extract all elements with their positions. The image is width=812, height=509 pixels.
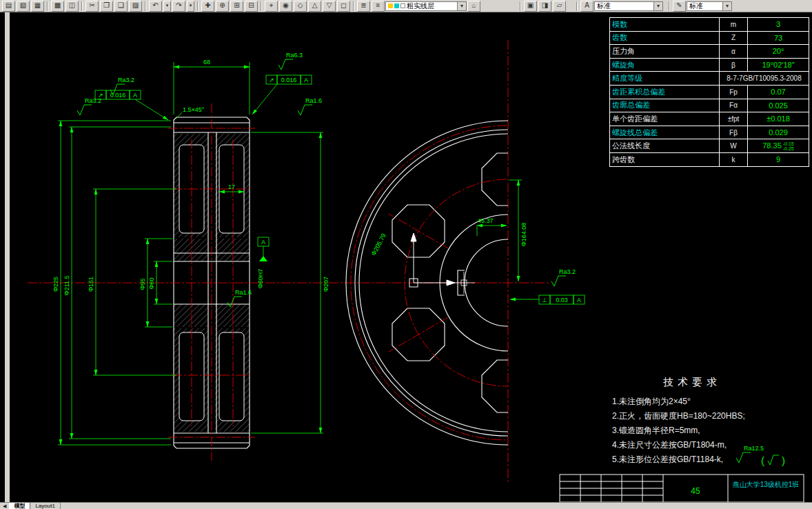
layout-tab-bar: ◀ 模型 Layout1 <box>0 502 812 509</box>
dim-hole-width: 17 <box>228 183 235 190</box>
dim-style-combo-arrow[interactable]: ▾ <box>722 2 731 10</box>
sf-ra63: Ra6.3 <box>286 52 303 59</box>
layer-on-icon <box>388 3 393 8</box>
save-icon[interactable]: ▦ <box>31 1 44 12</box>
tech-title: 技术要求 <box>602 376 782 389</box>
param-value: 20° <box>748 45 809 59</box>
redo-icon[interactable]: ↷ <box>172 1 185 12</box>
toolbar-separator <box>47 1 48 11</box>
table-row: 公法线长度W 78.35-0.15-0.25 <box>610 139 809 153</box>
param-symbol: α <box>720 45 748 59</box>
param-label: 齿数 <box>610 31 720 45</box>
table-row: 跨齿数k9 <box>610 152 809 166</box>
param-label: 跨齿数 <box>610 152 720 166</box>
param-symbol: k <box>720 152 748 166</box>
param-label: 模数 <box>610 18 720 32</box>
dim-rim-inner: Φ207 <box>323 277 329 292</box>
new-icon[interactable]: ▤ <box>2 1 15 12</box>
text-style-icon[interactable]: A <box>580 1 593 12</box>
param-label: 公法线长度 <box>610 139 720 153</box>
tech-item: 5.未注形位公差按GB/T1184-k, <box>612 452 782 467</box>
param-label: 齿廓总偏差 <box>610 99 720 112</box>
plot-preview-icon[interactable]: ◫ <box>65 1 79 12</box>
datum-triangle <box>259 256 267 261</box>
make-object-layer-icon[interactable]: ⌂ <box>467 1 480 12</box>
tab-layout1[interactable]: Layout1 <box>30 503 60 509</box>
frame2-datum: A <box>304 77 308 83</box>
triangle-up-icon[interactable]: △ <box>308 1 321 12</box>
layer-combo-arrow[interactable]: ▾ <box>457 2 466 10</box>
param-value: 78.35-0.15-0.25 <box>748 139 809 153</box>
dim-bore-fit: Φ60H7 <box>257 269 264 289</box>
layer-properties-icon[interactable]: ≡ <box>372 1 385 12</box>
dim-bore: Φ60 <box>148 277 155 289</box>
dim-style-value: 标准 <box>689 1 703 11</box>
square-icon[interactable]: ◻ <box>337 1 350 12</box>
redo-dropdown-icon[interactable]: ▾ <box>187 1 194 12</box>
tech-item: 4.未注尺寸公差按GB/T1804-m, <box>612 438 782 452</box>
param-symbol: W <box>720 139 748 153</box>
sf-ra32-b: Ra3.2 <box>85 97 101 104</box>
frame1-datum: A <box>133 92 137 99</box>
toolbar-separator <box>520 1 521 11</box>
toolbar-separator <box>353 1 354 11</box>
tech-item: 2.正火，齿面硬度HB=180~220HBS; <box>612 409 782 423</box>
dim-hole-circle-front: Φ164.08 <box>520 223 527 247</box>
frame2-value: 0.016 <box>281 77 297 83</box>
open-icon[interactable]: ▧ <box>17 1 30 12</box>
dim-style-combo[interactable]: 标准 ▾ <box>687 1 732 11</box>
paste-icon[interactable]: ❏ <box>114 1 128 12</box>
table-row: 压力角α20° <box>610 45 809 59</box>
dim-style-icon[interactable]: ✎ <box>673 1 686 12</box>
param-symbol: Z <box>720 31 748 45</box>
tool-palettes-icon[interactable]: ▱ <box>553 1 566 12</box>
undo-dropdown-icon[interactable]: ▾ <box>163 1 171 12</box>
param-label: 精度等级 <box>610 72 720 86</box>
sf-ra32-c: Ra3.2 <box>559 268 576 275</box>
param-value: 19°02′18″ <box>748 58 809 72</box>
layer-combo[interactable]: 粗实线层 ▾ <box>385 1 467 11</box>
dim-hub: Φ95 <box>139 278 146 290</box>
param-label: 齿距累积总偏差 <box>610 85 720 99</box>
circle-icon[interactable]: ◉ <box>279 1 292 12</box>
param-value: 73 <box>748 31 809 45</box>
diamond-icon[interactable]: ◇ <box>294 1 307 12</box>
frame1-value: 0.016 <box>110 92 126 99</box>
zoom-previous-icon[interactable]: ⊟ <box>245 1 258 12</box>
copy-icon[interactable]: ❐ <box>100 1 113 12</box>
param-label: 单个齿距偏差 <box>610 112 720 126</box>
param-symbol: Fα <box>720 99 748 112</box>
frame3-datum: A <box>577 297 581 303</box>
text-style-combo-arrow[interactable]: ▾ <box>653 2 662 10</box>
table-row: 齿廓总偏差Fα0.025 <box>610 99 809 112</box>
tech-item: 1.未注倒角均为2×45° <box>612 395 782 409</box>
plot-icon[interactable]: ▩ <box>51 1 64 12</box>
layer-color-swatch <box>400 3 405 8</box>
pan-icon[interactable]: ✚ <box>201 1 214 12</box>
table-row: 精度等级8-7-7GB/T10095.3-2008 <box>610 72 809 86</box>
zoom-realtime-icon[interactable]: ⊕ <box>216 1 229 12</box>
tab-model[interactable]: 模型 <box>9 503 30 509</box>
layers-icon[interactable]: ≣ <box>357 1 370 12</box>
drawing-canvas[interactable]: 68 1.5×45° Φ225 Φ211.5 Φ151 Φ95 <box>10 12 812 502</box>
text-style-combo[interactable]: 标准 ▾ <box>594 1 663 11</box>
gear-parameter-table: 模数m3 齿数Z73 压力角α20° 螺旋角β19°02′18″ 精度等级8-7… <box>609 17 809 167</box>
match-properties-icon[interactable]: ▨ <box>129 1 142 12</box>
target-icon[interactable]: ⌖ <box>265 1 278 12</box>
frame3-value: 0.03 <box>556 297 568 303</box>
dim-hole-circle: Φ151 <box>88 277 94 292</box>
param-symbol: m <box>720 18 748 32</box>
dim-od: Φ225 <box>52 277 59 292</box>
sf-ra16-b: Ra1.6 <box>235 289 252 296</box>
table-row: 模数m3 <box>610 18 809 32</box>
cut-icon[interactable]: ✂ <box>85 1 99 12</box>
frame2-symbol: ↗ <box>269 77 274 83</box>
designcenter-icon[interactable]: ▣ <box>524 1 537 12</box>
undo-icon[interactable]: ↶ <box>149 1 162 12</box>
tab-nav-icon[interactable]: ◀ <box>0 503 9 509</box>
param-value: 3 <box>748 18 809 32</box>
zoom-window-icon[interactable]: ⊞ <box>230 1 243 12</box>
dim-root: Φ211.5 <box>63 275 70 295</box>
triangle-down-icon[interactable]: ▽ <box>323 1 336 12</box>
properties-icon[interactable]: ◨ <box>538 1 551 12</box>
